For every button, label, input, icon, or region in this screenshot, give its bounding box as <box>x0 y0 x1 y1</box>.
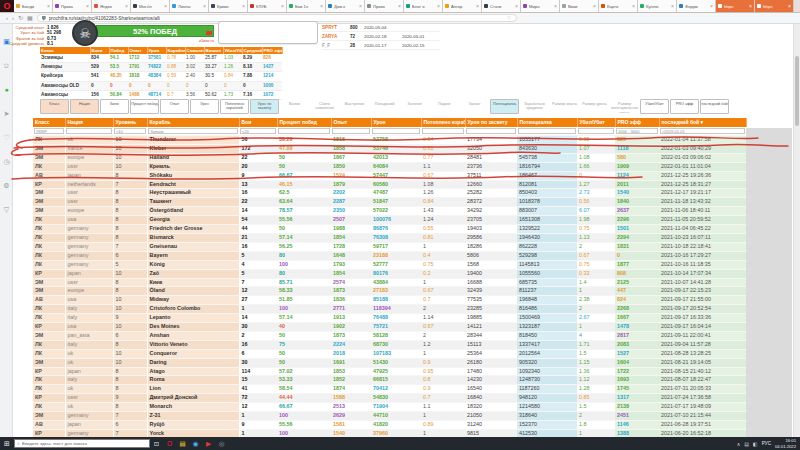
column-header[interactable]: последний бой ▾ <box>659 118 746 127</box>
browser-tab[interactable]: Прико× <box>365 0 404 12</box>
forward-icon[interactable]: › <box>12 13 14 24</box>
browser-tab[interactable]: https:× <box>716 0 755 12</box>
filter-input[interactable] <box>278 128 330 134</box>
browser-tab[interactable]: Бои 1х× <box>287 0 326 12</box>
ship-row[interactable]: ЭМeurope8Östergötland1478.572350570221.4… <box>33 207 746 216</box>
column-toggle-button[interactable]: Заработано кредитов <box>520 99 549 114</box>
clock[interactable]: 16:01 04.01.2022 <box>775 438 796 449</box>
tab-close-icon[interactable]: × <box>203 3 206 9</box>
ship-row[interactable]: ЛКgermany6Bayern5801648231880.4580652929… <box>33 251 746 260</box>
column-toggle-button[interactable]: Урон по засвету <box>250 99 279 114</box>
tab-close-icon[interactable]: × <box>476 3 479 9</box>
tab-close-icon[interactable]: × <box>515 3 518 9</box>
ship-row[interactable]: КРnetherlands7Eendracht1346.151879605801… <box>33 180 746 189</box>
filter-input[interactable] <box>578 128 614 134</box>
ship-row[interactable]: ЭМfrance10Kleber17247.091858537480.61320… <box>33 144 746 153</box>
browser-tab[interactable]: Алгор× <box>443 0 482 12</box>
column-header[interactable]: Потенциалка <box>517 118 577 127</box>
column-toggle-button[interactable]: Размер потенциального урона <box>610 99 639 114</box>
ship-row[interactable]: ЛКuk10Conqueror6502018107183125364201256… <box>33 349 746 358</box>
youtube-icon[interactable]: ▶ <box>202 437 215 450</box>
column-toggle-button[interactable]: Поджог <box>430 99 459 114</box>
comment-panel[interactable] <box>218 21 318 44</box>
filter-input[interactable]: 1000 - 3000 <box>616 128 658 134</box>
tab-close-icon[interactable]: × <box>398 3 401 9</box>
column-toggle-button[interactable]: Класс <box>40 99 69 114</box>
explorer-icon[interactable]: ▤ <box>176 437 189 450</box>
column-toggle-button[interactable]: Урон <box>190 99 219 114</box>
tab-close-icon[interactable]: × <box>632 3 635 9</box>
column-toggle-button[interactable]: PRO эфф <box>670 99 699 114</box>
clan-history-row[interactable]: F_F282020-01-172020-02-15 <box>322 41 440 50</box>
column-toggle-button[interactable]: Потенциалка <box>490 99 519 114</box>
opera-icon[interactable]: O <box>163 437 176 450</box>
column-toggle-button[interactable]: Попаданий <box>370 99 399 114</box>
column-toggle-button[interactable]: Нация <box>70 99 99 114</box>
heart-icon[interactable]: ♡ <box>0 131 13 144</box>
bookmark-heart-icon[interactable]: ♡ <box>507 15 511 21</box>
filter-input[interactable] <box>422 128 464 134</box>
ship-row[interactable]: ЭМgermany7Z-3111002629447101210503186402… <box>33 412 746 421</box>
reload-icon[interactable]: ↻ <box>18 13 23 24</box>
tab-close-icon[interactable]: × <box>710 3 713 9</box>
ship-row[interactable]: ЛКitaly8Roma1553.331852668150.8142301248… <box>33 376 746 385</box>
ship-row[interactable]: ЛКussr10Кремль20501850640841.12373618167… <box>33 162 746 171</box>
column-toggle-button[interactable]: Убил/Убит <box>640 99 669 114</box>
site-security-shield-icon[interactable] <box>42 16 46 21</box>
ship-row[interactable]: ЛКgermany5König41001793527770.7515681145… <box>33 260 746 269</box>
bookmarks-star-icon[interactable]: ✩ <box>0 59 13 72</box>
tab-close-icon[interactable]: × <box>788 3 791 9</box>
ship-row[interactable]: ЭМussr8Киев785.712574438841166886857351.… <box>33 278 746 287</box>
column-header[interactable]: Урон по засвету <box>465 118 517 127</box>
browser-tab[interactable]: Карто× <box>599 0 638 12</box>
column-header[interactable]: Нация <box>65 118 113 127</box>
back-icon[interactable]: ‹ <box>6 13 8 24</box>
ship-row[interactable]: ЛКitaly10Cristoforo Colombo1100277111839… <box>33 305 746 314</box>
column-toggle-button[interactable]: Размер урона <box>580 99 609 114</box>
browser-tab[interactable]: Кримс× <box>209 0 248 12</box>
column-toggle-button[interactable]: Затопил <box>400 99 429 114</box>
clan-history-row[interactable]: SPRYT8002020-05-04 <box>322 23 440 32</box>
telegram-icon[interactable]: ➤ <box>0 107 13 120</box>
filter-input[interactable]: >2019-01-01 <box>660 128 745 134</box>
browser-tab[interactable]: Вики× <box>560 0 599 12</box>
filter-input[interactable] <box>372 128 420 134</box>
ship-row[interactable]: ЛКuk8Lion4158.541874704120.9165401187260… <box>33 385 746 394</box>
browser-tab[interactable]: Дом к× <box>326 0 365 12</box>
chrome-icon[interactable]: ◉ <box>189 437 202 450</box>
scrollbar-thumb[interactable] <box>795 56 799 126</box>
ship-row[interactable]: ЛКgermany8Friedrich der Grosse4450198886… <box>33 225 746 234</box>
ship-row[interactable]: ЭМpan_asia6Anshan25018735812822834481845… <box>33 331 746 340</box>
browser-tab[interactable]: https:× <box>755 0 794 12</box>
filter-input[interactable]: ЛК|КР <box>34 128 64 134</box>
whatsapp-icon[interactable]: ● <box>0 83 13 96</box>
filter-input[interactable] <box>518 128 576 134</box>
ship-row[interactable]: КРjapan8Atago11457.021853479250.95174801… <box>33 367 746 376</box>
column-header[interactable]: Уровень <box>113 118 147 127</box>
column-toggle-button[interactable]: Сбито самолетов <box>310 99 339 114</box>
ship-row[interactable]: ЭМussr8Ташкент2263.642287518470.84283721… <box>33 198 746 207</box>
opera-menu-button[interactable]: O <box>0 0 14 12</box>
ship-row[interactable]: ЛКitaly9Lepanto1457.141913764881.1419885… <box>33 314 746 323</box>
clan-history-row[interactable]: ZARYA722020-02-182020-05-01 <box>322 32 440 41</box>
column-toggle-button[interactable]: Захват <box>460 99 489 114</box>
browser-tab[interactable]: Яндек× <box>92 0 131 12</box>
column-header[interactable]: Опыт <box>331 118 371 127</box>
column-header[interactable]: Урон <box>371 118 421 127</box>
column-toggle-button[interactable]: Вызов <box>280 99 309 114</box>
column-toggle-button[interactable]: последний бой <box>700 99 729 114</box>
ship-row[interactable]: АВjapan6Ryūjō955.561581418200.8931240152… <box>33 421 746 430</box>
ship-row[interactable]: АВjapan8Shōkaku966.671524574470.67375111… <box>33 171 746 180</box>
volume-icon[interactable]: ◧ <box>753 441 758 447</box>
ship-row[interactable]: КРusa10Des Moines30401902757210.67141211… <box>33 323 746 332</box>
filter-input[interactable] <box>466 128 516 134</box>
ship-row[interactable]: ЛКuk8Monarch1266.672513719041.1183201214… <box>33 403 746 412</box>
task-view-icon[interactable]: ⊡ <box>150 437 163 450</box>
column-toggle-button[interactable]: Боев <box>100 99 129 114</box>
column-header[interactable]: PRO эфф <box>615 118 659 127</box>
column-toggle-button[interactable]: Опыт <box>160 99 189 114</box>
browser-tab[interactable]: Блог о× <box>404 0 443 12</box>
tab-close-icon[interactable]: × <box>320 3 323 9</box>
browser-tab[interactable]: Стати× <box>482 0 521 12</box>
tab-close-icon[interactable]: × <box>671 3 674 9</box>
